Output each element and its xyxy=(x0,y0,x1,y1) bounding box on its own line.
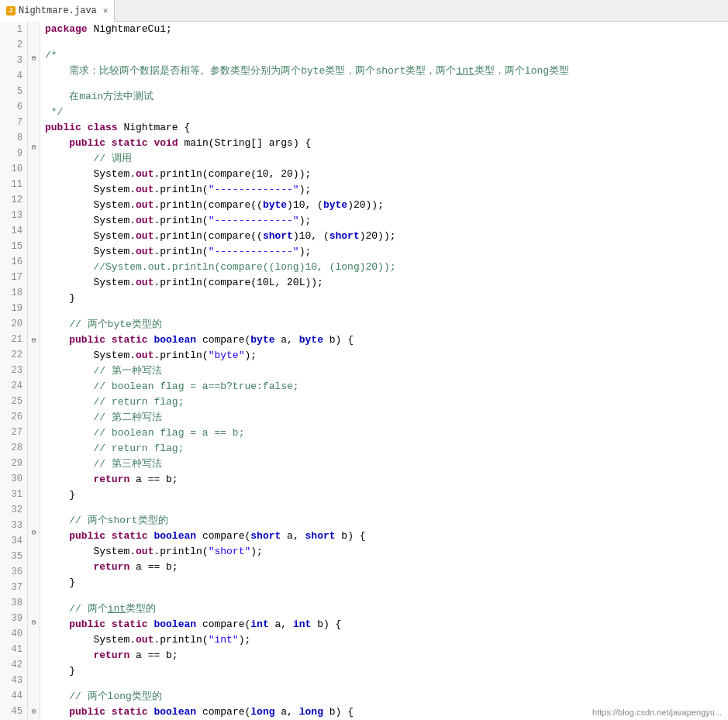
code-line: return a == b; xyxy=(45,648,728,663)
line-number: 24 xyxy=(0,378,27,394)
code-line: System.out.println("-------------"); xyxy=(45,244,728,260)
code-line: System.out.println(compare(10L, 20L)); xyxy=(45,275,728,291)
code-line: public static boolean compare(int a, int… xyxy=(45,617,728,632)
watermark: https://blog.csdn.net/javapengyu... xyxy=(592,708,722,717)
code-line: // 两个short类型的 xyxy=(45,513,728,529)
code-line: // return flag; xyxy=(45,394,728,410)
code-content: package NightmareCui;/* 需求：比较两个数据是否相等。参数… xyxy=(40,22,728,720)
fold-indicator[interactable]: ⊖ xyxy=(28,140,40,156)
fold-indicator[interactable]: ⊖ xyxy=(28,51,40,67)
fold-indicator xyxy=(28,452,40,467)
line-number: 35 xyxy=(0,549,27,564)
fold-indicator xyxy=(28,571,40,586)
fold-indicator xyxy=(28,319,40,333)
fold-indicator xyxy=(28,289,40,304)
code-line: // 第一种写法 xyxy=(45,363,728,379)
code-line xyxy=(45,679,728,690)
code-line: package NightmareCui; xyxy=(45,22,728,37)
code-line: System.out.println("-------------"); xyxy=(45,182,728,198)
fold-indicator xyxy=(28,304,40,319)
line-number: 36 xyxy=(0,564,27,580)
fold-indicator[interactable]: ⊖ xyxy=(28,704,40,720)
line-number: 40 xyxy=(0,626,27,642)
code-line: System.out.println(compare(10, 20)); xyxy=(45,167,728,182)
code-line: 在main方法中测试 xyxy=(45,89,728,105)
fold-indicator xyxy=(28,631,40,646)
fold-indicator xyxy=(28,156,40,171)
line-number: 41 xyxy=(0,642,27,657)
fold-indicator xyxy=(28,245,40,260)
fold-indicator xyxy=(28,422,40,437)
code-line: // 两个long类型的 xyxy=(45,689,728,704)
code-line: 需求：比较两个数据是否相等。参数类型分别为两个byte类型，两个short类型，… xyxy=(45,64,728,79)
line-number: 1 xyxy=(0,22,27,37)
line-number: 39 xyxy=(0,611,27,626)
line-number: 37 xyxy=(0,580,27,595)
code-line: // boolean flag = a==b?true:false; xyxy=(45,379,728,394)
line-number: 2 xyxy=(0,37,27,53)
code-line: // 两个byte类型的 xyxy=(45,317,728,332)
code-line: // 两个int类型的 xyxy=(45,601,728,617)
code-line xyxy=(45,37,728,48)
line-number: 15 xyxy=(0,239,27,254)
line-number: 30 xyxy=(0,471,27,487)
line-number: 32 xyxy=(0,502,27,518)
code-line xyxy=(45,79,728,90)
line-number: 7 xyxy=(0,115,27,130)
code-area: 1234567891011121314151617181920212223242… xyxy=(0,22,728,720)
line-number: 23 xyxy=(0,363,27,378)
fold-indicator xyxy=(28,230,40,245)
java-file-icon: J xyxy=(6,6,16,16)
fold-indicator xyxy=(28,646,40,660)
editor-tab[interactable]: J Nightmare.java ✕ xyxy=(0,0,115,22)
code-line: return a == b; xyxy=(45,472,728,487)
fold-indicator[interactable]: ⊖ xyxy=(28,525,40,541)
line-numbers: 1234567891011121314151617181920212223242… xyxy=(0,22,28,720)
code-line: //System.out.println(compare((long)10, (… xyxy=(45,260,728,275)
fold-indicator xyxy=(28,274,40,289)
fold-indicator xyxy=(28,675,40,690)
fold-indicator xyxy=(28,96,40,111)
fold-indicator xyxy=(28,511,40,525)
fold-indicator xyxy=(28,67,40,81)
line-number: 27 xyxy=(0,425,27,440)
code-line xyxy=(45,306,728,317)
code-line: return a == b; xyxy=(45,560,728,575)
line-number: 25 xyxy=(0,394,27,409)
code-line: } xyxy=(45,291,728,306)
code-line: */ xyxy=(45,105,728,120)
fold-indicator xyxy=(28,111,40,126)
code-line: // boolean flag = a == b; xyxy=(45,425,728,441)
line-number: 20 xyxy=(0,316,27,332)
line-number: 26 xyxy=(0,409,27,425)
code-line: System.out.println("byte"); xyxy=(45,348,728,363)
line-number: 31 xyxy=(0,487,27,502)
line-number: 16 xyxy=(0,254,27,270)
code-line: /* xyxy=(45,48,728,64)
code-line: // 第三种写法 xyxy=(45,456,728,472)
fold-indicator xyxy=(28,690,40,704)
fold-indicator xyxy=(28,171,40,185)
line-number: 28 xyxy=(0,440,27,456)
line-number: 29 xyxy=(0,456,27,471)
code-line: public static void main(String[] args) { xyxy=(45,136,728,151)
line-number: 21 xyxy=(0,332,27,347)
fold-indicator xyxy=(28,481,40,496)
code-line: public static boolean compare(short a, s… xyxy=(45,529,728,544)
fold-indicator xyxy=(28,541,40,556)
line-number: 11 xyxy=(0,177,27,192)
fold-indicator[interactable]: ⊖ xyxy=(28,615,40,631)
code-line xyxy=(45,503,728,514)
line-number: 44 xyxy=(0,688,27,704)
fold-indicator[interactable]: ⊖ xyxy=(28,333,40,349)
fold-indicator xyxy=(28,349,40,363)
fold-indicator xyxy=(28,393,40,408)
code-line: } xyxy=(45,487,728,503)
fold-indicator xyxy=(28,215,40,230)
line-number: 17 xyxy=(0,270,27,285)
code-line: System.out.println(compare((short)10, (s… xyxy=(45,229,728,244)
tab-close-button[interactable]: ✕ xyxy=(103,5,109,16)
line-number: 45 xyxy=(0,704,27,719)
fold-indicator xyxy=(28,601,40,615)
code-line: } xyxy=(45,575,728,591)
